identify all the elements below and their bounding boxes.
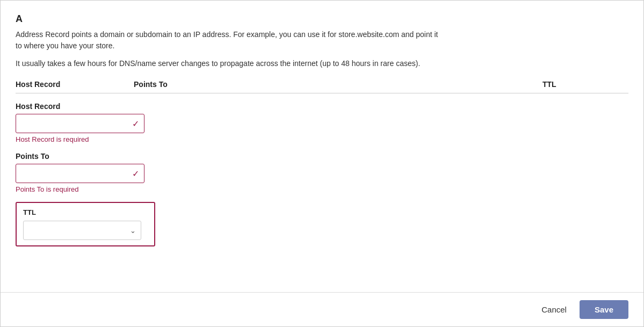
col-header-ttl: TTL <box>542 80 628 89</box>
points-to-input[interactable] <box>16 164 144 183</box>
host-record-check-icon: ✓ <box>132 119 139 129</box>
record-type-title: A <box>16 13 628 25</box>
host-record-error: Host Record is required <box>16 135 628 143</box>
host-record-input-wrapper: ✓ <box>16 114 144 133</box>
propagation-note: It usually takes a few hours for DNS/nam… <box>16 58 483 69</box>
table-header-row: Host Record Points To TTL <box>16 80 628 93</box>
points-to-field-group: Points To ✓ Points To is required <box>16 152 628 193</box>
host-record-input[interactable] <box>16 114 144 133</box>
host-record-field-group: Host Record ✓ Host Record is required <box>16 102 628 143</box>
dialog-container: A Address Record points a domain or subd… <box>0 0 644 327</box>
points-to-input-wrapper: ✓ <box>16 164 144 183</box>
ttl-section: TTL Automatic5 min30 min1 hour4 hours12 … <box>16 202 155 246</box>
host-record-label: Host Record <box>16 102 628 111</box>
dialog-body: A Address Record points a domain or subd… <box>1 1 643 292</box>
col-header-points-to: Points To <box>134 80 542 89</box>
ttl-select[interactable]: Automatic5 min30 min1 hour4 hours12 hour… <box>23 221 141 240</box>
ttl-select-wrapper: Automatic5 min30 min1 hour4 hours12 hour… <box>23 221 141 240</box>
col-header-host-record: Host Record <box>16 80 134 89</box>
ttl-field-group: TTL Automatic5 min30 min1 hour4 hours12 … <box>16 202 628 246</box>
cancel-button[interactable]: Cancel <box>535 301 573 318</box>
save-button[interactable]: Save <box>580 300 628 319</box>
dialog-footer: Cancel Save <box>1 292 643 326</box>
ttl-label: TTL <box>23 208 148 216</box>
points-to-check-icon: ✓ <box>132 169 139 179</box>
description-text: Address Record points a domain or subdom… <box>16 29 445 52</box>
points-to-error: Points To is required <box>16 185 628 193</box>
points-to-label: Points To <box>16 152 628 161</box>
form-section: Host Record ✓ Host Record is required Po… <box>16 93 628 246</box>
